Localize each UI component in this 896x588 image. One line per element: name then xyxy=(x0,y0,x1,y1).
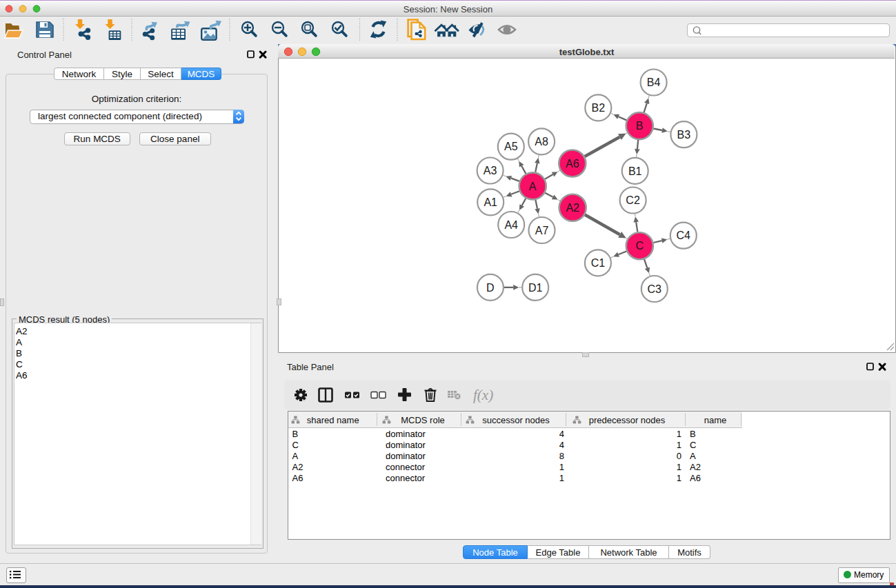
svg-text:A8: A8 xyxy=(535,136,548,148)
svg-text:A7: A7 xyxy=(535,225,549,236)
svg-text:C3: C3 xyxy=(648,283,662,295)
svg-text:B2: B2 xyxy=(592,102,606,114)
svg-text:B3: B3 xyxy=(677,129,691,141)
svg-text:B: B xyxy=(636,120,644,132)
svg-text:A: A xyxy=(529,181,537,192)
svg-text:C1: C1 xyxy=(591,257,606,269)
svg-text:A6: A6 xyxy=(566,158,579,170)
svg-text:C: C xyxy=(636,240,644,252)
svg-text:f(x): f(x) xyxy=(473,387,493,403)
svg-text:C4: C4 xyxy=(677,230,691,241)
svg-text:B1: B1 xyxy=(628,165,642,177)
svg-text:D1: D1 xyxy=(528,282,543,294)
svg-text:C2: C2 xyxy=(626,194,640,206)
svg-text:B4: B4 xyxy=(647,77,661,88)
svg-text:A2: A2 xyxy=(566,202,579,214)
